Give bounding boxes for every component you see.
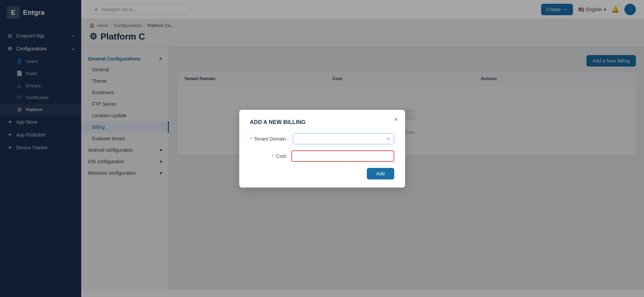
add-billing-modal: ADD A NEW BILLING × * Tenant Domain : * … — [239, 110, 405, 188]
cost-label: * Cost: — [250, 153, 287, 159]
cost-input[interactable] — [291, 150, 394, 162]
cost-row: * Cost: — [250, 150, 394, 162]
tenant-domain-label: * Tenant Domain : — [250, 136, 289, 142]
modal-overlay: ADD A NEW BILLING × * Tenant Domain : * … — [0, 0, 644, 297]
required-star-tenant: * — [250, 136, 252, 142]
tenant-domain-select[interactable] — [293, 133, 394, 144]
required-star-cost: * — [272, 153, 273, 159]
modal-footer: Add — [250, 168, 394, 179]
modal-close-button[interactable]: × — [394, 116, 398, 123]
tenant-domain-row: * Tenant Domain : — [250, 133, 394, 144]
add-button[interactable]: Add — [367, 168, 394, 179]
modal-title: ADD A NEW BILLING — [250, 119, 394, 125]
